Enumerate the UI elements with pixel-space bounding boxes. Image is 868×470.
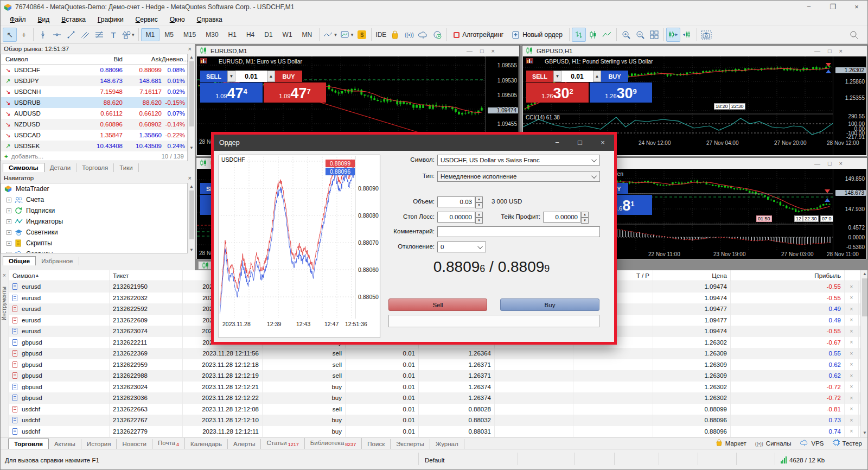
volume-up-icon[interactable]: ▲ (267, 71, 275, 82)
screenshot-camera-button[interactable] (699, 28, 713, 42)
trade-row-2132622663[interactable]: usdchf21326226632023.11.28 12:12:08sell0… (9, 404, 860, 415)
chart-maximize-button[interactable]: □ (828, 48, 832, 54)
deviation-combobox[interactable]: 0 (437, 242, 486, 252)
chart-shift-button[interactable] (680, 28, 694, 42)
sell-button[interactable]: Sell (388, 298, 487, 311)
toolbox-tab-Активы[interactable]: Активы (49, 439, 81, 449)
volume-up-icon[interactable]: ▲ (593, 71, 601, 82)
tile-windows-button[interactable] (647, 28, 661, 42)
expand-icon[interactable]: + (7, 198, 11, 202)
chart-stats-icon[interactable] (535, 59, 542, 64)
price-scale[interactable]: 149.850147.9300.45720.0000-0.5360148.673 (833, 169, 866, 259)
chart-minimize-button[interactable]: — (814, 160, 820, 167)
chart-maximize-button[interactable]: □ (828, 160, 832, 167)
close-position-icon[interactable]: × (845, 415, 859, 426)
chart-stats-icon[interactable] (209, 59, 216, 64)
expand-icon[interactable]: + (7, 230, 11, 235)
toolbox-tab-Журнал[interactable]: Журнал (430, 439, 464, 449)
toolbox-button-VPS[interactable]: VPS (800, 440, 824, 447)
market-bag-icon[interactable] (388, 28, 402, 42)
col-profit[interactable]: Прибыль (731, 270, 845, 281)
timeframe-H1[interactable]: H1 (224, 28, 241, 41)
expand-icon[interactable]: + (7, 219, 11, 224)
close-position-icon[interactable]: × (845, 337, 859, 348)
menu-Сервис[interactable]: Сервис (130, 15, 164, 24)
one-click-sell-button[interactable]: SELL (200, 71, 227, 82)
trendline-tool-button[interactable] (64, 28, 78, 42)
chart-close-button[interactable]: × (839, 160, 843, 167)
close-position-icon[interactable]: × (845, 370, 859, 382)
col-symbol[interactable]: Символ ▲ (9, 270, 110, 281)
close-position-icon[interactable]: × (845, 348, 859, 359)
chart-close-button[interactable]: × (492, 48, 495, 54)
market-watch-tab-Детали[interactable]: Детали (44, 163, 76, 172)
dialog-minimize-button[interactable]: − (546, 135, 569, 151)
close-position-icon[interactable]: × (845, 315, 859, 326)
col-daily[interactable]: Дневно... (162, 56, 187, 62)
col-ask[interactable]: Ask (123, 56, 162, 62)
navigator-item-Подписки[interactable]: +Подписки (1, 205, 187, 216)
fibonacci-tool-button[interactable] (92, 28, 106, 42)
channel-tool-button[interactable] (78, 28, 92, 42)
buy-price[interactable]: 1.26309 (590, 82, 652, 103)
window-minimize-button[interactable]: − (797, 1, 821, 14)
one-click-volume[interactable]: 0.01 (561, 71, 593, 82)
market-watch-row-USDRUB[interactable]: ↘USDRUB88.62088.620-0.15% (1, 97, 187, 108)
symbol-combobox[interactable]: USDCHF, US Dollar vs Swiss Franc (437, 155, 600, 166)
close-position-icon[interactable]: × (845, 359, 859, 371)
timeframe-M1[interactable]: M1 (141, 28, 160, 41)
shapes-tool-button[interactable]: ▾ (120, 28, 136, 42)
algo-trading-button[interactable]: Алготрейдинг (449, 29, 508, 41)
search-icon[interactable] (847, 28, 861, 42)
candlestick-mode-button[interactable] (586, 28, 600, 42)
status-profile[interactable]: Default (425, 449, 444, 470)
close-position-icon[interactable]: × (845, 392, 859, 404)
close-position-icon[interactable]: × (845, 404, 859, 415)
horizontal-line-tool-button[interactable] (50, 28, 64, 42)
market-watch-scrollbar[interactable]: ▲▼ (188, 54, 195, 151)
toolbox-tab-Новости[interactable]: Новости (117, 439, 152, 449)
toolbox-scrollbar[interactable]: ▲ ▼ (860, 270, 868, 437)
bar-chart-mode-button[interactable] (572, 28, 586, 42)
navigator-scrollbar[interactable]: ▲▼ (188, 183, 195, 253)
volume-input[interactable]: 0.03 (437, 196, 475, 207)
navigator-item-Счета[interactable]: +Счета (1, 194, 187, 205)
close-position-icon[interactable]: × (845, 281, 859, 293)
timeframe-W1[interactable]: W1 (278, 28, 297, 41)
toolbox-button-Сигналы[interactable]: ((•))Сигналы (755, 440, 792, 447)
toolbox-tab-Эксперты[interactable]: Эксперты (391, 439, 430, 449)
close-position-icon[interactable]: × (845, 382, 859, 393)
col-price[interactable]: Цена (653, 270, 731, 281)
timeframe-H4[interactable]: H4 (241, 28, 259, 41)
navigator-tab-Избранное[interactable]: Избранное (36, 257, 79, 265)
window-maximize-button[interactable]: ❐ (821, 1, 845, 14)
community-icon[interactable] (430, 28, 444, 42)
vertical-line-tool-button[interactable] (36, 28, 50, 42)
market-watch-row-USDSEK[interactable]: ↗USDSEK10.4340810.435090.24% (1, 141, 187, 151)
menu-Окно[interactable]: Окно (164, 15, 191, 24)
new-order-button[interactable]: Новый ордер (508, 29, 567, 41)
market-watch-add-row[interactable]: + добавить... 10 / 139 (1, 151, 188, 161)
close-position-icon[interactable]: × (845, 303, 859, 315)
zoom-in-button[interactable] (619, 28, 633, 42)
chart-line-type-button[interactable]: ▾ (322, 28, 339, 42)
type-combobox[interactable]: Немедленное исполнение (437, 171, 600, 182)
add-symbol-label[interactable]: добавить... (11, 153, 43, 160)
market-watch-row-USDJPY[interactable]: ↗USDJPY148.673148.6810.01% (1, 75, 187, 86)
close-position-icon[interactable]: × (845, 293, 859, 304)
col-ticket[interactable]: Тикет (110, 270, 183, 281)
market-watch-tab-Символы[interactable]: Символы (3, 163, 44, 172)
navigator-item-Советники[interactable]: +Советники (1, 227, 187, 238)
toolbox-close-icon[interactable]: × (3, 272, 6, 278)
menu-Вставка[interactable]: Вставка (55, 15, 92, 24)
indicators-button[interactable]: ▾ (339, 28, 355, 42)
order-dialog-title-bar[interactable]: Ордер − □ × (214, 135, 614, 151)
navigator-root[interactable]: MetaTrader (1, 183, 187, 194)
take-profit-input[interactable]: 0.00000 (543, 212, 581, 223)
col-bid[interactable]: Bid (82, 56, 123, 62)
timeframe-MN[interactable]: MN (297, 28, 317, 41)
one-click-buy-button[interactable]: BUY (601, 71, 628, 82)
one-click-buy-button[interactable]: BUY (275, 71, 302, 82)
trade-row-2132622779[interactable]: usdchf21326227792023.11.28 12:12:11buy0.… (9, 426, 860, 437)
navigator-tab-Общие[interactable]: Общие (3, 256, 36, 265)
